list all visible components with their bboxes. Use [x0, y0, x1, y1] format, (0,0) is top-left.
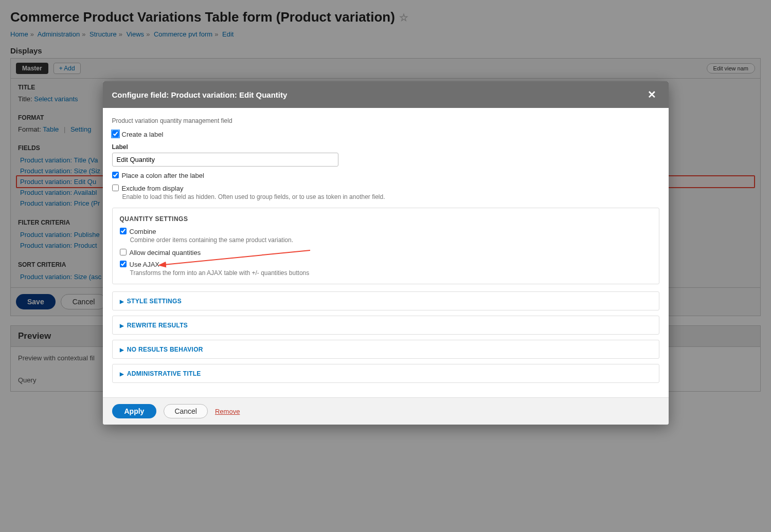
combine-checkbox[interactable]: [120, 228, 127, 234]
decimal-checkbox[interactable]: [120, 249, 127, 255]
place-colon-checkbox[interactable]: [112, 172, 119, 178]
exclude-help: Enable to load this field as hidden. Oft…: [122, 193, 659, 200]
label-field-label: Label: [112, 143, 659, 151]
combine-label: Combine: [130, 228, 156, 235]
create-label-checkbox[interactable]: [112, 131, 119, 137]
combine-help: Combine order items containing the same …: [130, 236, 652, 244]
remove-link[interactable]: Remove: [215, 408, 240, 413]
modal-description: Product variation quantity management fi…: [112, 117, 659, 124]
modal-overlay: Configure field: Product variation: Edit…: [0, 0, 771, 412]
exclude-checkbox[interactable]: [112, 185, 119, 191]
close-icon[interactable]: ✕: [644, 88, 659, 101]
place-colon-label: Place a colon after the label: [122, 172, 204, 179]
use-ajax-label: Use AJAX: [130, 261, 160, 268]
create-label-label: Create a label: [122, 131, 164, 138]
details-style-settings[interactable]: STYLE SETTINGS: [112, 291, 659, 310]
quantity-settings-legend: QUANTITY SETTINGS: [120, 215, 652, 223]
use-ajax-checkbox[interactable]: [120, 261, 127, 267]
exclude-label: Exclude from display: [122, 185, 184, 192]
details-no-results[interactable]: NO RESULTS BEHAVIOR: [112, 340, 659, 359]
quantity-settings-fieldset: QUANTITY SETTINGS Combine Combine order …: [112, 208, 659, 284]
modal-title: Configure field: Product variation: Edit…: [112, 90, 644, 99]
ajax-help: Transforms the form into an AJAX table w…: [130, 269, 652, 277]
decimal-label: Allow decimal quantities: [130, 249, 201, 256]
label-input[interactable]: [112, 153, 338, 167]
modal-cancel-button[interactable]: Cancel: [164, 404, 208, 412]
apply-button[interactable]: Apply: [112, 404, 157, 412]
details-admin-title[interactable]: ADMINISTRATIVE TITLE: [112, 364, 659, 383]
details-rewrite-results[interactable]: REWRITE RESULTS: [112, 316, 659, 335]
configure-field-modal: Configure field: Product variation: Edit…: [103, 81, 669, 412]
